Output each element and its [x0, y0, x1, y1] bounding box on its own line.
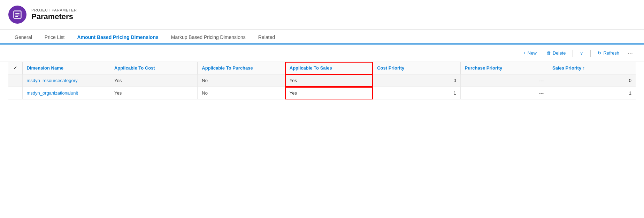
tab-price-list[interactable]: Price List	[38, 30, 71, 45]
chevron-button[interactable]: ∨	[576, 48, 588, 58]
page-header: PROJECT PARAMETER Parameters	[0, 0, 644, 30]
svg-rect-3	[15, 16, 18, 17]
tab-related[interactable]: Related	[252, 30, 281, 45]
row-2-applicable-to-purchase: No	[198, 87, 285, 99]
row-2-purchase-priority: ---	[460, 87, 548, 99]
chevron-down-icon: ∨	[580, 50, 583, 56]
row-1-applicable-to-purchase: No	[198, 74, 285, 87]
pricing-dimensions-table: ✓ Dimension Name Applicable To Cost Appl…	[8, 62, 636, 99]
row-1-purchase-priority: ---	[460, 74, 548, 87]
tab-markup-based[interactable]: Markup Based Pricing Dimensions	[165, 30, 252, 45]
toolbar-separator-2	[590, 50, 591, 57]
row-2-check	[8, 87, 22, 99]
purchase-priority-column-header[interactable]: Purchase Priority	[460, 62, 548, 74]
entity-type-label: PROJECT PARAMETER	[31, 8, 77, 12]
check-column-header: ✓	[8, 62, 22, 74]
applicable-to-sales-column-header[interactable]: Applicable To Sales	[285, 62, 373, 74]
entity-icon	[8, 6, 26, 24]
delete-icon: 🗑	[546, 50, 551, 56]
dimension-name-column-header[interactable]: Dimension Name	[22, 62, 110, 74]
refresh-icon: ↻	[598, 50, 601, 56]
row-2-dimension-name[interactable]: msdyn_organizationalunit	[22, 87, 110, 99]
content-area: + New 🗑 Delete ∨ ↻ Refresh ··· ✓ Dimensi…	[0, 45, 644, 108]
applicable-to-purchase-column-header[interactable]: Applicable To Purchase	[198, 62, 285, 74]
table-toolbar: + New 🗑 Delete ∨ ↻ Refresh ···	[0, 45, 644, 62]
cost-priority-column-header[interactable]: Cost Priority	[373, 62, 460, 74]
applicable-to-cost-column-header[interactable]: Applicable To Cost	[110, 62, 197, 74]
row-1-cost-priority: 0	[373, 74, 460, 87]
svg-rect-1	[15, 13, 20, 14]
table-row: msdyn_organizationalunit Yes No Yes 1 --…	[8, 87, 636, 99]
delete-label: Delete	[553, 50, 566, 56]
row-2-cost-priority: 1	[373, 87, 460, 99]
new-button[interactable]: + New	[519, 48, 541, 58]
refresh-label: Refresh	[603, 50, 619, 56]
svg-rect-2	[15, 15, 20, 15]
plus-icon: +	[523, 50, 526, 56]
sales-priority-column-header[interactable]: Sales Priority ↑	[548, 62, 636, 74]
table-row: msdyn_resourcecategory Yes No Yes 0 --- …	[8, 74, 636, 87]
tab-amount-based[interactable]: Amount Based Pricing Dimensions	[71, 30, 164, 45]
row-1-applicable-to-cost: Yes	[110, 74, 197, 87]
row-1-check	[8, 74, 22, 87]
row-1-applicable-to-sales: Yes	[285, 74, 373, 87]
tabs-navigation: General Price List Amount Based Pricing …	[0, 30, 644, 45]
header-text: PROJECT PARAMETER Parameters	[31, 8, 77, 21]
more-options-button[interactable]: ···	[625, 48, 636, 58]
table-header-row: ✓ Dimension Name Applicable To Cost Appl…	[8, 62, 636, 74]
pricing-dimensions-table-container: ✓ Dimension Name Applicable To Cost Appl…	[0, 62, 644, 108]
row-1-dimension-name[interactable]: msdyn_resourcecategory	[22, 74, 110, 87]
row-2-applicable-to-sales: Yes	[285, 87, 373, 99]
delete-button[interactable]: 🗑 Delete	[542, 48, 570, 58]
tab-general[interactable]: General	[8, 30, 38, 45]
refresh-button[interactable]: ↻ Refresh	[593, 48, 623, 58]
row-2-applicable-to-cost: Yes	[110, 87, 197, 99]
row-2-sales-priority: 1	[548, 87, 636, 99]
toolbar-separator	[573, 50, 573, 57]
row-1-sales-priority: 0	[548, 74, 636, 87]
page-title: Parameters	[31, 12, 77, 21]
new-label: New	[528, 50, 537, 56]
